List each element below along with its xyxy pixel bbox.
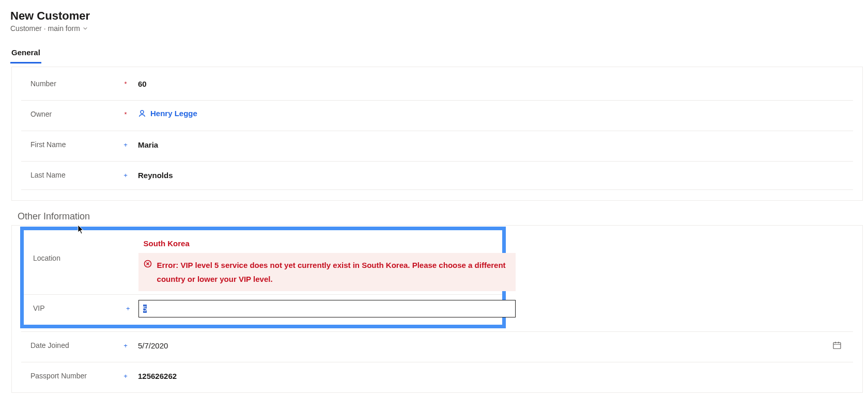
label-location: Location [24, 233, 111, 272]
first-name-field[interactable]: Maria [136, 134, 853, 156]
date-joined-field[interactable]: 5/7/2020 [136, 335, 170, 357]
validation-highlight: Location + South Korea Error: VIP level … [20, 227, 506, 328]
svg-rect-2 [833, 343, 841, 349]
label-last-name: Last Name [21, 162, 108, 188]
label-passport: Passport Number [21, 362, 108, 389]
svg-point-0 [141, 110, 144, 114]
form-selector-label: main form [48, 24, 80, 33]
location-field[interactable]: South Korea [138, 237, 516, 252]
error-text: Error: VIP level 5 service does not yet … [157, 258, 508, 286]
recommended-marker: + [123, 372, 128, 380]
recommended-marker: + [123, 171, 128, 179]
calendar-icon[interactable] [832, 341, 842, 350]
page-title: New Customer [10, 9, 858, 23]
section-title-other: Other Information [18, 211, 868, 222]
separator: · [44, 24, 46, 33]
last-name-field[interactable]: Reynolds [136, 164, 853, 186]
recommended-marker: + [123, 141, 128, 149]
passport-field[interactable]: 125626262 [136, 365, 853, 387]
number-field[interactable]: 60 [136, 73, 853, 95]
recommended-marker: + [123, 342, 128, 349]
label-number: Number [21, 70, 108, 97]
person-icon [138, 109, 146, 118]
label-vip: VIP [24, 295, 111, 322]
owner-lookup[interactable]: Henry Legge [138, 109, 197, 118]
entity-name: Customer [10, 24, 42, 33]
vip-input[interactable] [138, 300, 516, 317]
required-marker: * [123, 110, 128, 118]
form-selector[interactable]: main form [48, 24, 88, 33]
label-owner: Owner [21, 101, 108, 128]
error-icon [144, 260, 152, 268]
tab-general[interactable]: General [10, 45, 41, 63]
chevron-down-icon [83, 26, 88, 31]
location-error: Error: VIP level 5 service does not yet … [138, 253, 516, 291]
owner-value: Henry Legge [150, 109, 197, 118]
recommended-marker: + [126, 305, 130, 312]
required-marker: * [123, 80, 128, 88]
label-date-joined: Date Joined [21, 332, 108, 359]
label-first-name: First Name [21, 131, 108, 158]
